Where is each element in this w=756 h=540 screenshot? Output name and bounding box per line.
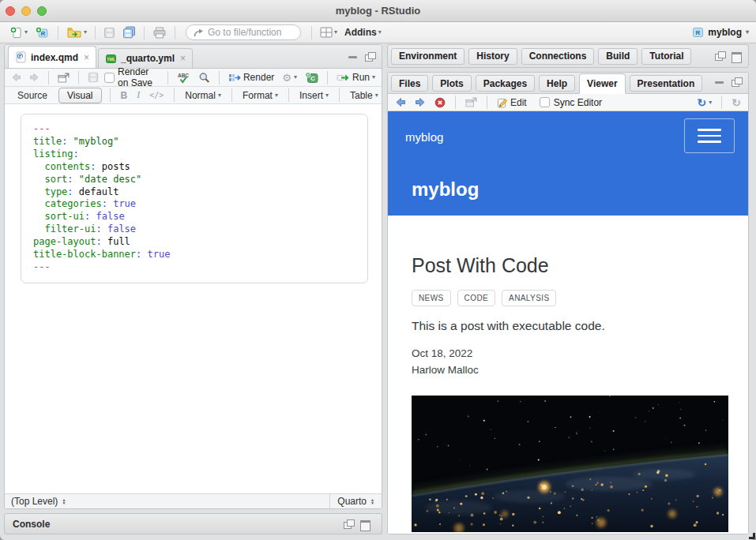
- caret-icon: ▾: [24, 29, 28, 36]
- source-mode-toggle[interactable]: Source: [11, 88, 54, 103]
- tab-connections[interactable]: Connections: [521, 48, 595, 65]
- insert-chunk-button[interactable]: C: [303, 71, 321, 84]
- viewer-sync-button[interactable]: ↻ ▾: [695, 96, 715, 109]
- italic-button[interactable]: I: [134, 89, 142, 101]
- maximize-pane-icon[interactable]: [730, 77, 742, 87]
- format-dropdown[interactable]: Format▾: [240, 89, 280, 102]
- tab-tutorial[interactable]: Tutorial: [641, 48, 691, 65]
- maximize-pane-icon[interactable]: [359, 519, 370, 529]
- viewer-edit-button[interactable]: Edit: [495, 96, 529, 109]
- tab-viewer[interactable]: Viewer: [579, 73, 625, 94]
- maximize-pane-icon[interactable]: [363, 52, 375, 62]
- language-mode-selector[interactable]: Quarto ▲▼: [329, 494, 382, 508]
- goto-file-search: [186, 24, 301, 40]
- post-description: This is a post with executable code.: [412, 319, 727, 333]
- main-toolbar: ▾ R ▾ ▾ Addins ▾: [0, 22, 756, 43]
- hamburger-bar: [698, 141, 721, 143]
- back-icon: [11, 73, 21, 82]
- tab-environment[interactable]: Environment: [391, 48, 465, 65]
- scope-selector[interactable]: (Top Level) ▲▼: [5, 494, 329, 508]
- close-tab-icon[interactable]: ×: [180, 53, 186, 64]
- open-in-new-window-button[interactable]: [55, 72, 72, 84]
- visual-mode-toggle[interactable]: Visual: [58, 88, 101, 103]
- tag-code[interactable]: CODE: [457, 290, 496, 306]
- format-toolbar: Source Visual B I </> Normal▾ Format▾ In…: [5, 87, 382, 104]
- viewer-forward-button[interactable]: [412, 96, 428, 108]
- blog-navbar-brand[interactable]: myblog: [405, 130, 443, 144]
- render-options-button[interactable]: ⚙ ▾: [280, 72, 299, 84]
- source-editor-pane: index.qmd × YML _quarto.yml × Render on …: [4, 44, 382, 509]
- print-button[interactable]: [150, 25, 169, 40]
- workspace-panes-button[interactable]: ▾: [318, 25, 340, 39]
- viewer-back-button[interactable]: [393, 96, 408, 108]
- restore-pane-icon[interactable]: [713, 51, 725, 61]
- new-project-icon: R: [35, 26, 50, 39]
- yaml-code-block[interactable]: ---title: "myblog"listing: contents: pos…: [21, 114, 368, 283]
- tab-help[interactable]: Help: [539, 75, 575, 92]
- close-window-button[interactable]: [6, 6, 15, 16]
- paragraph-style-dropdown[interactable]: Normal▾: [182, 89, 224, 102]
- restore-pane-icon[interactable]: [342, 519, 354, 529]
- sync-icon: ↻: [698, 97, 707, 108]
- run-label: Run: [352, 72, 370, 83]
- tag-news[interactable]: NEWS: [412, 290, 451, 306]
- maximize-pane-icon[interactable]: [730, 51, 742, 61]
- addins-button[interactable]: Addins ▾: [342, 25, 384, 39]
- insert-dropdown[interactable]: Insert▾: [297, 89, 331, 102]
- minimize-pane-icon[interactable]: [347, 52, 359, 62]
- minimize-window-button[interactable]: [21, 6, 31, 16]
- tab-packages[interactable]: Packages: [476, 75, 535, 92]
- table-dropdown[interactable]: Table▾: [348, 89, 381, 102]
- viewer-tabstrip: Files Plots Packages Help Viewer Present…: [388, 73, 748, 94]
- viewer-refresh-button[interactable]: ↻: [729, 96, 743, 109]
- goto-file-input[interactable]: [208, 27, 293, 38]
- run-button[interactable]: Run ▾: [334, 71, 378, 84]
- open-file-button[interactable]: ▾: [64, 24, 89, 40]
- mode-chevrons-icon: ▲▼: [370, 498, 374, 505]
- tab-quarto-yml[interactable]: YML _quarto.yml ×: [98, 48, 193, 68]
- bold-button[interactable]: B: [118, 90, 130, 101]
- render-on-save-checkbox[interactable]: [104, 73, 115, 83]
- save-all-button[interactable]: [120, 24, 138, 40]
- visual-editor-canvas[interactable]: ---title: "myblog"listing: contents: pos…: [5, 104, 382, 493]
- render-button[interactable]: Render: [226, 71, 276, 84]
- save-doc-button[interactable]: [85, 71, 101, 84]
- tab-presentation[interactable]: Presentation: [630, 75, 703, 92]
- post-hero-image[interactable]: [412, 396, 728, 532]
- tab-history[interactable]: History: [468, 48, 517, 65]
- close-tab-icon[interactable]: ×: [84, 52, 89, 63]
- save-all-icon: [122, 26, 136, 39]
- files-viewer-pane: Files Plots Packages Help Viewer Present…: [387, 72, 749, 534]
- new-project-button[interactable]: R: [32, 24, 52, 41]
- tab-plots[interactable]: Plots: [432, 75, 471, 92]
- tab-files[interactable]: Files: [391, 75, 428, 92]
- forward-button[interactable]: [27, 72, 42, 83]
- environment-pane: Environment History Connections Build Tu…: [387, 44, 749, 68]
- blog-header-banner: myblog myblog: [388, 111, 748, 216]
- tab-index-qmd[interactable]: index.qmd ×: [8, 46, 96, 68]
- sync-editor-checkbox[interactable]: [540, 97, 550, 107]
- svg-text:C: C: [310, 75, 315, 82]
- spellcheck-button[interactable]: ABC: [175, 71, 193, 84]
- project-menu-button[interactable]: R myblog ▾: [692, 27, 749, 38]
- tab-build[interactable]: Build: [598, 48, 638, 65]
- tab-label: index.qmd: [31, 52, 78, 63]
- caret-icon: ▾: [275, 92, 278, 99]
- console-title: Console: [13, 519, 50, 530]
- find-replace-button[interactable]: [196, 71, 213, 84]
- back-button[interactable]: [9, 72, 24, 83]
- viewer-popout-button[interactable]: [463, 96, 480, 108]
- hamburger-menu-button[interactable]: [684, 118, 735, 153]
- minimize-pane-icon[interactable]: [713, 77, 725, 87]
- post-title-link[interactable]: Post With Code: [412, 253, 727, 277]
- code-format-button[interactable]: </>: [147, 91, 166, 99]
- new-file-button[interactable]: ▾: [7, 24, 30, 41]
- save-button[interactable]: [101, 25, 118, 40]
- viewer-stop-button[interactable]: [432, 96, 448, 109]
- insert-label: Insert: [299, 90, 323, 101]
- open-folder-icon: [66, 26, 82, 39]
- window-resize-grip[interactable]: [748, 532, 756, 540]
- print-icon: [152, 27, 167, 39]
- tag-analysis[interactable]: ANALYSIS: [502, 290, 556, 306]
- zoom-window-button[interactable]: [37, 6, 47, 16]
